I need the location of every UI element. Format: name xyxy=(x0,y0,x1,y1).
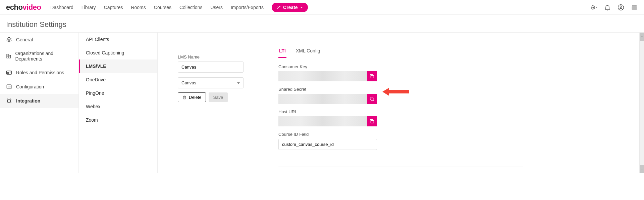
building-icon xyxy=(6,53,11,59)
top-navigation: echovideo Dashboard Library Captures Roo… xyxy=(0,0,644,15)
svg-rect-17 xyxy=(371,120,374,123)
sidebar-item-integration[interactable]: Integration xyxy=(0,94,78,108)
sidebar-item-label: Roles and Permissions xyxy=(16,70,64,75)
svg-rect-14 xyxy=(371,75,374,78)
save-button[interactable]: Save xyxy=(209,92,228,102)
config-tabs: LTI XML Config xyxy=(278,46,523,58)
svg-point-0 xyxy=(592,7,594,8)
copy-host-url-button[interactable] xyxy=(367,116,377,126)
delete-button[interactable]: Delete xyxy=(178,92,206,102)
store-icon xyxy=(631,4,638,11)
sidebar2-webex[interactable]: Webex xyxy=(79,100,157,113)
copy-consumer-key-button[interactable] xyxy=(367,71,377,81)
nav-imports-exports[interactable]: Imports/Exports xyxy=(231,5,264,10)
svg-rect-5 xyxy=(7,54,8,58)
svg-point-8 xyxy=(8,72,9,73)
nav-rooms[interactable]: Rooms xyxy=(131,5,146,10)
consumer-key-label: Consumer Key xyxy=(278,64,523,69)
consumer-key-value-redacted xyxy=(278,71,367,81)
nav-dashboard[interactable]: Dashboard xyxy=(50,5,73,10)
integration-icon xyxy=(6,98,12,104)
svg-point-13 xyxy=(10,102,11,103)
magic-wand-icon xyxy=(276,5,281,10)
create-button[interactable]: Create xyxy=(272,3,308,12)
svg-point-2 xyxy=(620,6,622,7)
lms-form: LMS Name Canvas Delete Save xyxy=(178,36,262,166)
copy-shared-secret-button[interactable] xyxy=(367,94,377,104)
svg-point-11 xyxy=(10,99,11,100)
svg-marker-16 xyxy=(382,88,409,96)
vertical-scrollbar[interactable] xyxy=(639,33,644,173)
gear-icon xyxy=(590,4,595,10)
create-button-label: Create xyxy=(283,5,298,10)
sidebar-item-label: Organizations and Departments xyxy=(15,51,72,62)
apps-button[interactable] xyxy=(631,4,638,11)
sidebar-item-label: Configuration xyxy=(16,84,44,89)
page-title: Institution Settings xyxy=(0,15,644,32)
svg-point-4 xyxy=(8,39,10,41)
sidebar2-zoom[interactable]: Zoom xyxy=(79,113,157,127)
bell-icon xyxy=(604,4,611,11)
topbar-right xyxy=(590,4,638,11)
sliders-icon xyxy=(6,84,12,90)
notifications-button[interactable] xyxy=(604,4,611,11)
sidebar-item-roles[interactable]: Roles and Permissions xyxy=(0,66,78,80)
course-id-label: Course ID Field xyxy=(278,132,523,137)
svg-rect-15 xyxy=(371,98,374,101)
sidebar2-lms-vle[interactable]: LMS/VLE xyxy=(79,59,157,73)
lti-panel: LTI XML Config Consumer Key Shared Secre… xyxy=(278,36,523,166)
scroll-down-icon[interactable] xyxy=(640,165,644,173)
svg-point-10 xyxy=(7,99,8,100)
integration-sidebar: API Clients Closed Captioning LMS/VLE On… xyxy=(79,33,158,173)
host-url-label: Host URL xyxy=(278,109,523,114)
copy-icon xyxy=(369,74,375,79)
nav-captures[interactable]: Captures xyxy=(104,5,123,10)
lms-name-input[interactable] xyxy=(178,62,244,73)
gear-icon xyxy=(6,37,12,43)
sidebar-item-general[interactable]: General xyxy=(0,33,78,47)
delete-button-label: Delete xyxy=(189,95,202,100)
sidebar-item-label: Integration xyxy=(16,98,40,104)
sidebar2-closed-captioning[interactable]: Closed Captioning xyxy=(79,46,157,59)
account-button[interactable] xyxy=(617,4,625,11)
chevron-down-icon xyxy=(640,165,644,173)
logo[interactable]: echovideo xyxy=(6,3,41,12)
sidebar-item-configuration[interactable]: Configuration xyxy=(0,80,78,94)
chevron-down-icon xyxy=(300,6,303,9)
tab-lti[interactable]: LTI xyxy=(278,46,286,58)
host-url-value-redacted xyxy=(278,116,367,126)
lms-name-label: LMS Name xyxy=(178,54,262,59)
nav-library[interactable]: Library xyxy=(82,5,96,10)
chevron-up-icon xyxy=(640,33,644,41)
section-divider xyxy=(278,166,523,166)
sidebar2-api-clients[interactable]: API Clients xyxy=(79,33,157,46)
user-circle-icon xyxy=(618,4,624,11)
svg-rect-3 xyxy=(632,6,637,10)
logo-text-echo: echo xyxy=(6,3,22,11)
svg-point-12 xyxy=(7,102,8,103)
lms-type-select[interactable]: Canvas xyxy=(178,77,244,88)
nav-users[interactable]: Users xyxy=(210,5,223,10)
svg-rect-6 xyxy=(9,55,10,58)
primary-nav: Dashboard Library Captures Rooms Courses… xyxy=(50,3,308,12)
sidebar2-onedrive[interactable]: OneDrive xyxy=(79,73,157,86)
sidebar-item-organizations[interactable]: Organizations and Departments xyxy=(0,47,78,66)
settings-dropdown[interactable] xyxy=(590,4,598,11)
main-content: LMS Name Canvas Delete Save LTI XML Conf… xyxy=(158,33,639,173)
tab-xml-config[interactable]: XML Config xyxy=(295,46,321,58)
annotation-arrow-icon xyxy=(382,87,409,97)
sidebar-item-label: General xyxy=(16,37,33,42)
id-card-icon xyxy=(6,70,12,76)
nav-courses[interactable]: Courses xyxy=(154,5,171,10)
lms-type-value: Canvas xyxy=(181,80,196,85)
logo-text-video: video xyxy=(22,3,41,11)
nav-collections[interactable]: Collections xyxy=(179,5,202,10)
shared-secret-value-redacted xyxy=(278,94,367,104)
trash-icon xyxy=(182,95,187,100)
copy-icon xyxy=(369,119,375,124)
sidebar2-pingone[interactable]: PingOne xyxy=(79,86,157,100)
settings-sidebar: General Organizations and Departments Ro… xyxy=(0,33,79,173)
scroll-up-icon[interactable] xyxy=(640,33,644,41)
course-id-input[interactable] xyxy=(278,139,377,150)
chevron-down-icon xyxy=(595,6,598,9)
